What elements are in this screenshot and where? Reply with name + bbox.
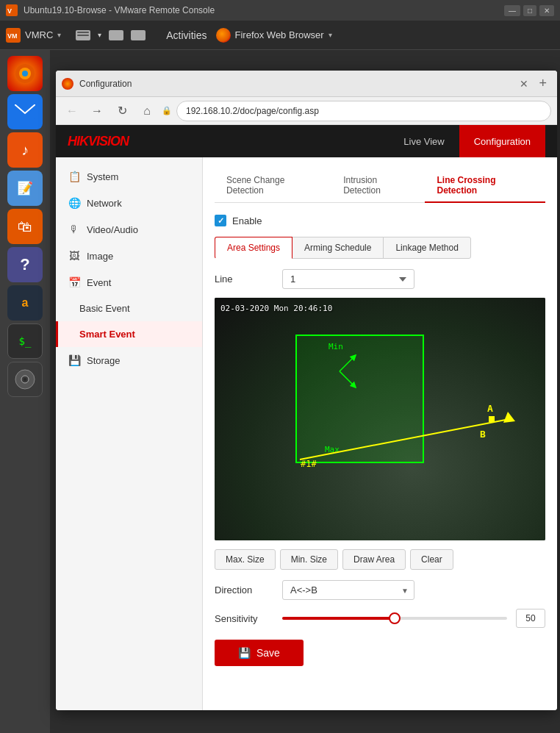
browser-tab-title[interactable]: Configuration <box>79 79 514 89</box>
hikvision-navbar: HIKVISION Live View Configuration <box>56 125 557 157</box>
browser-new-tab-button[interactable]: + <box>534 76 551 91</box>
line-select[interactable]: 1 2 3 4 <box>282 269 414 289</box>
menu-label-video-audio: Video/Audio <box>87 224 138 235</box>
svg-text:A: A <box>487 403 493 414</box>
detection-tabs: Scene Change Detection Intrusion Detecti… <box>215 169 545 203</box>
camera-background: 02-03-2020 Mon 20:46:10 Min Max <box>215 298 545 540</box>
sensitivity-value: 50 <box>516 609 545 628</box>
svg-line-13 <box>300 419 509 460</box>
sidebar-writer-icon[interactable]: 📝 <box>7 171 43 206</box>
title-bar: V Ubuntu19.10-Browse - VMware Remote Con… <box>0 0 560 21</box>
menu-label-basic-event: Basic Event <box>79 303 130 314</box>
menu-label-storage: Storage <box>87 355 121 366</box>
menu-item-system[interactable]: 📋 System <box>56 163 202 190</box>
min-size-button[interactable]: Min. Size <box>280 549 338 570</box>
firefox-taskbar-icon <box>216 28 231 43</box>
save-button-row: 💾 Save <box>215 640 545 666</box>
line-row: Line 1 2 3 4 <box>215 269 545 289</box>
home-button[interactable]: ⌂ <box>137 101 157 121</box>
sidebar-appstore-icon[interactable]: 🛍 <box>7 209 43 244</box>
security-lock-icon: 🔒 <box>162 106 172 115</box>
clear-button[interactable]: Clear <box>410 549 453 570</box>
save-button[interactable]: 💾 Save <box>215 640 304 666</box>
nav-configuration[interactable]: Configuration <box>459 125 545 157</box>
menu-label-event: Event <box>87 277 111 288</box>
browser-favicon <box>62 78 73 90</box>
vmrc-label: VMRC <box>25 29 53 40</box>
direction-select[interactable]: A<->B A->B B->A <box>282 580 414 600</box>
svg-point-6 <box>22 71 28 76</box>
maximize-button[interactable]: □ <box>523 5 536 16</box>
storage-icon: 💾 <box>68 354 81 366</box>
menu-item-storage[interactable]: 💾 Storage <box>56 347 202 373</box>
sidebar-email-icon[interactable] <box>7 94 43 129</box>
minimize-button[interactable]: — <box>504 5 520 16</box>
sub-tab-area-settings[interactable]: Area Settings <box>215 237 292 259</box>
app-sidebar: ♪ 📝 🛍 ? a $_ <box>0 50 50 733</box>
svg-marker-14 <box>503 412 515 423</box>
vm-controls[interactable]: ▾ <box>98 31 101 39</box>
event-icon: 📅 <box>68 276 81 288</box>
menu-item-basic-event[interactable]: Basic Event <box>56 296 202 321</box>
tab-intrusion[interactable]: Intrusion Detection <box>331 169 425 203</box>
menu-item-video-audio[interactable]: 🎙 Video/Audio <box>56 216 202 243</box>
reload-button[interactable]: ↻ <box>112 101 132 121</box>
sidebar-amazon-icon[interactable]: a <box>7 285 43 321</box>
sidebar-terminal-icon[interactable]: $_ <box>7 323 43 359</box>
svg-text:#1#: #1# <box>301 459 317 469</box>
crossing-line: #1# A B <box>215 298 545 540</box>
enable-row: Enable <box>215 215 545 226</box>
forward-button[interactable]: → <box>87 101 107 121</box>
menu-item-network[interactable]: 🌐 Network <box>56 190 202 216</box>
vmrc-arrow[interactable]: ▾ <box>57 31 61 39</box>
network-icon: 🌐 <box>68 197 81 209</box>
usb-icon[interactable] <box>109 30 123 40</box>
direction-row: Direction A<->B A->B B->A ▼ <box>215 580 545 600</box>
close-button[interactable]: ✕ <box>539 5 554 16</box>
sidebar-music-icon[interactable]: ♪ <box>7 132 43 168</box>
image-icon: 🖼 <box>68 250 81 262</box>
fullscreen-icon[interactable] <box>131 30 146 40</box>
browser-tab-close[interactable]: ✕ <box>520 78 528 90</box>
menu-item-image[interactable]: 🖼 Image <box>56 243 202 269</box>
menu-item-event[interactable]: 📅 Event <box>56 269 202 296</box>
direction-label: Direction <box>215 584 273 596</box>
menu-item-smart-event[interactable]: Smart Event <box>56 321 202 347</box>
max-size-button[interactable]: Max. Size <box>215 549 276 570</box>
pause-icon[interactable] <box>76 30 90 40</box>
firefox-label: Firefox Web Browser <box>235 29 324 40</box>
video-audio-icon: 🎙 <box>68 224 81 235</box>
back-button[interactable]: ← <box>62 101 82 121</box>
menu-label-system: System <box>87 171 118 182</box>
svg-text:VM: VM <box>7 32 18 40</box>
tab-line-crossing[interactable]: Line Crossing Detection <box>425 169 545 203</box>
save-icon: 💾 <box>238 647 251 659</box>
main-content: Scene Change Detection Intrusion Detecti… <box>203 157 557 710</box>
sensitivity-slider-track[interactable] <box>282 617 507 620</box>
sub-tab-arming-schedule[interactable]: Arming Schedule <box>292 237 384 259</box>
tab-scene-change[interactable]: Scene Change Detection <box>215 169 331 203</box>
enable-label: Enable <box>232 215 262 226</box>
enable-checkbox[interactable] <box>215 215 226 226</box>
sidebar-dvd-icon[interactable] <box>7 362 43 397</box>
left-menu: 📋 System 🌐 Network 🎙 Video/Audio 🖼 Image… <box>56 157 203 710</box>
line-label: Line <box>215 273 273 285</box>
svg-text:B: B <box>480 429 486 440</box>
address-bar[interactable] <box>176 101 551 121</box>
nav-live-view[interactable]: Live View <box>389 125 459 157</box>
firefox-dropdown-arrow[interactable]: ▾ <box>329 31 332 39</box>
sub-tab-linkage-method[interactable]: Linkage Method <box>383 237 470 259</box>
line-endpoint-dot <box>489 416 495 422</box>
vmware-icon: V <box>6 4 18 16</box>
browser-titlebar: Configuration ✕ + <box>56 71 557 97</box>
menu-label-image: Image <box>87 251 113 262</box>
activities-label[interactable]: Activities <box>166 29 207 41</box>
window-controls[interactable]: — □ ✕ <box>504 5 554 16</box>
sidebar-help-icon[interactable]: ? <box>7 247 43 282</box>
draw-area-button[interactable]: Draw Area <box>342 549 406 570</box>
menu-label-network: Network <box>87 198 122 209</box>
direction-select-wrapper: A<->B A->B B->A ▼ <box>282 580 414 600</box>
firefox-taskbar-app[interactable]: Firefox Web Browser ▾ <box>216 28 332 43</box>
content-area: 📋 System 🌐 Network 🎙 Video/Audio 🖼 Image… <box>56 157 557 710</box>
sidebar-firefox-icon[interactable] <box>7 56 43 91</box>
